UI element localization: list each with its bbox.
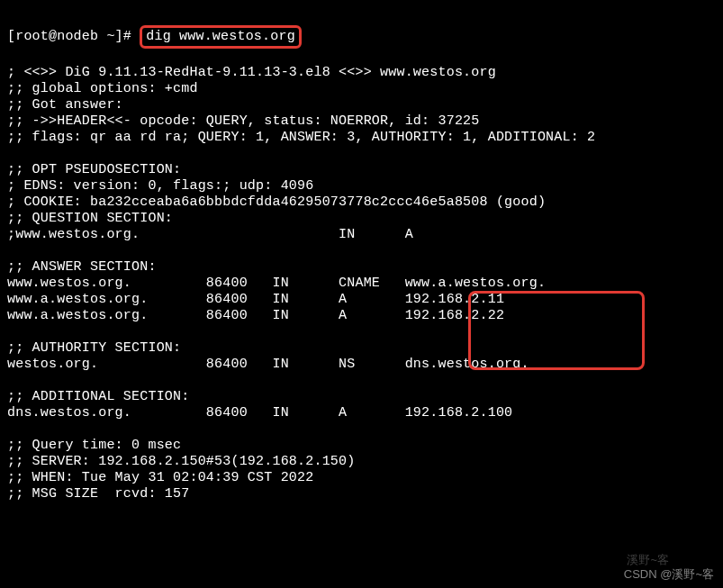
msg-size-line: ;; MSG SIZE rcvd: 157 [7, 486, 189, 502]
flags-line: ;; flags: qr aa rd ra; QUERY: 1, ANSWER:… [7, 130, 595, 145]
dig-version-line: ; <<>> DiG 9.11.13-RedHat-9.11.13-3.el8 … [7, 65, 496, 80]
answer-row: www.a.westos.org. 86400 IN A 192.168.2.2… [7, 308, 504, 323]
global-options-line: ;; global options: +cmd [7, 81, 198, 96]
authority-section-header: ;; AUTHORITY SECTION: [7, 340, 181, 356]
terminal-output[interactable]: [root@nodeb ~]# dig www.westos.org ; <<>… [0, 0, 723, 510]
opt-pseudosection-header: ;; OPT PSEUDOSECTION: [7, 162, 181, 177]
cookie-line: ; COOKIE: ba232cceaba6a6bbbdcfdda4629507… [7, 194, 546, 210]
edns-line: ; EDNS: version: 0, flags:; udp: 4096 [7, 178, 313, 194]
got-answer-line: ;; Got answer: [7, 97, 123, 113]
answer-section-header: ;; ANSWER SECTION: [7, 259, 157, 275]
query-time-line: ;; Query time: 0 msec [7, 438, 181, 453]
question-section-header: ;; QUESTION SECTION: [7, 211, 173, 226]
answer-row: www.westos.org. 86400 IN CNAME www.a.wes… [7, 276, 546, 291]
shell-prompt: [root@nodeb ~]# [7, 29, 140, 44]
additional-section-header: ;; ADDITIONAL SECTION: [7, 389, 189, 404]
server-line: ;; SERVER: 192.168.2.150#53(192.168.2.15… [7, 454, 355, 469]
answer-row: www.a.westos.org. 86400 IN A 192.168.2.1… [7, 292, 504, 307]
additional-row: dns.westos.org. 86400 IN A 192.168.2.100 [7, 405, 512, 421]
authority-row: westos.org. 86400 IN NS dns.westos.org. [7, 357, 529, 372]
question-row: ;www.westos.org. IN A [7, 227, 413, 242]
dig-command: dig www.westos.org [140, 25, 302, 49]
header-line: ;; ->>HEADER<<- opcode: QUERY, status: N… [7, 113, 479, 129]
watermark-main: CSDN @溪野~客 [624, 566, 714, 583]
when-line: ;; WHEN: Tue May 31 02:04:39 CST 2022 [7, 470, 313, 485]
